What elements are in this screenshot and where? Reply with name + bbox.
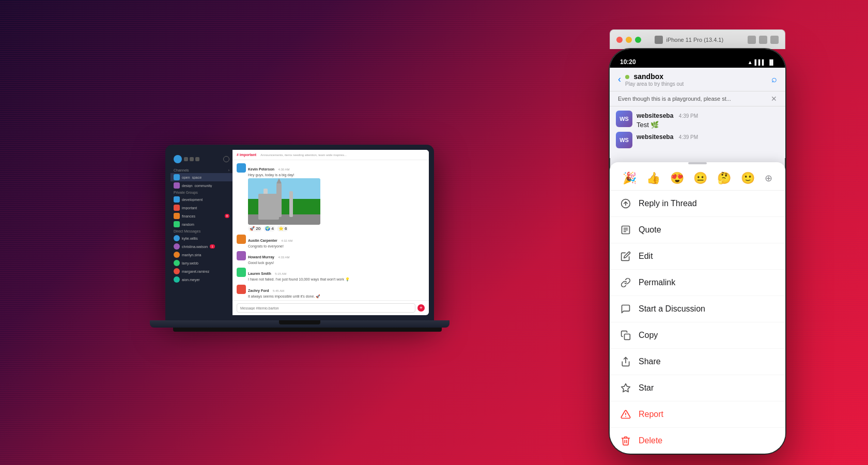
rc-msg-content: Lauren Smith 5:15 AM I have not failed. … — [248, 268, 425, 282]
svg-rect-1 — [248, 199, 320, 214]
ctx-report[interactable]: Report — [610, 401, 785, 428]
mac-minimize-btn[interactable] — [626, 37, 632, 43]
laptop-stand — [173, 328, 442, 332]
banner-text: Even though this is a playground, please… — [618, 96, 731, 102]
mac-ctrl-3[interactable] — [770, 36, 779, 44]
rc-group-development[interactable]: development — [171, 195, 233, 204]
iphone-messages: WS websiteseba 4:39 PM Test 🌿 WS website… — [610, 106, 785, 158]
rc-dm-avatar — [174, 243, 180, 250]
rc-messages-list: Kevin Peterson 4:30 AM Hey guys, today i… — [233, 160, 429, 300]
permalink-icon — [620, 277, 631, 288]
ctx-permalink[interactable]: Permalink — [610, 270, 785, 296]
quote-label: Quote — [639, 225, 661, 235]
rc-msg-image — [248, 178, 320, 225]
mac-app-icon — [655, 36, 663, 44]
rc-channel-name: design_community — [182, 184, 229, 188]
iphone-search-button[interactable]: ⌕ — [771, 74, 777, 85]
channel-name: sandbox — [633, 72, 663, 81]
svg-rect-0 — [248, 178, 320, 199]
rc-group-random[interactable]: random — [171, 220, 233, 228]
rc-dm-avatar — [174, 235, 180, 241]
rc-msg-avatar — [237, 235, 246, 244]
ctx-edit[interactable]: Edit — [610, 243, 785, 270]
ctx-copy[interactable]: Copy — [610, 322, 785, 349]
rc-icon-2 — [190, 157, 194, 161]
mac-ctrl-2[interactable] — [759, 36, 767, 44]
rc-dm-5[interactable]: margaret.ramirez — [171, 267, 233, 275]
mac-window-controls — [748, 36, 779, 44]
rc-dm-6[interactable]: aion.meyer — [171, 275, 233, 284]
iphone-time: 10:20 — [620, 55, 636, 66]
emoji-more[interactable]: ⊕ — [765, 173, 772, 184]
rc-sidebar: Channels › open_space design_community P… — [171, 150, 233, 315]
start-discussion-label: Start a Discussion — [639, 304, 705, 314]
svg-rect-5 — [289, 191, 293, 217]
ctx-star[interactable]: Star — [610, 375, 785, 401]
svg-rect-13 — [625, 334, 630, 340]
rc-dm-1[interactable]: kylie.willis — [171, 234, 233, 242]
emoji-party[interactable]: 🎉 — [623, 172, 637, 185]
rc-message-4: Lauren Smith 5:15 AM I have not failed. … — [237, 268, 425, 282]
ctx-share[interactable]: Share — [610, 349, 785, 375]
delete-icon — [620, 435, 631, 446]
emoji-heart-eyes[interactable]: 😍 — [670, 172, 684, 185]
laptop-base — [150, 320, 450, 328]
svg-marker-15 — [622, 384, 630, 392]
rc-channel-design[interactable]: design_community — [171, 181, 233, 190]
rc-send-button[interactable]: + — [417, 304, 425, 312]
rc-channel-icon — [174, 182, 180, 189]
rc-channel-name: open_space — [182, 176, 229, 179]
rc-dm-2[interactable]: christina.watson 1 — [171, 242, 233, 251]
rc-input-bar: + — [233, 300, 429, 315]
mac-ctrl-1[interactable] — [748, 36, 756, 44]
edit-icon — [620, 251, 631, 262]
ctx-delete[interactable]: Delete — [610, 428, 785, 454]
channel-info: sandbox Play area to try things out — [625, 72, 767, 87]
banner-close-button[interactable]: ✕ — [771, 95, 777, 103]
ctx-start-discussion[interactable]: Start a Discussion — [610, 296, 785, 322]
reply-thread-icon — [620, 198, 631, 209]
rc-search-icon[interactable] — [223, 156, 229, 162]
iphone-device: iPhone 11 Pro (13.4.1) 10:20 ▲ ▌▌▌ ▐▌ — [610, 23, 785, 454]
delete-label: Delete — [639, 436, 662, 445]
rc-header-icons — [184, 157, 199, 161]
laptop-device: Channels › open_space design_community P… — [165, 145, 450, 332]
rc-reactions: 🚀 20 🌍 4 ⭐ 6 — [248, 226, 425, 231]
emoji-neutral[interactable]: 😐 — [693, 172, 707, 185]
rc-message-5: Zachry Ford 5:45 AM It always seems impo… — [237, 285, 425, 299]
iphone-msg-sender-2: websiteseba — [637, 133, 673, 141]
mac-close-btn[interactable] — [616, 37, 623, 43]
svg-rect-2 — [248, 214, 320, 225]
rc-icon-3 — [195, 157, 199, 161]
back-button[interactable]: ‹ — [618, 74, 621, 85]
laptop-screen: Channels › open_space design_community P… — [171, 150, 429, 315]
mac-maximize-btn[interactable] — [635, 37, 641, 43]
ctx-quote[interactable]: Quote — [610, 217, 785, 243]
report-label: Report — [639, 410, 663, 419]
share-icon — [620, 356, 631, 367]
svg-rect-3 — [264, 189, 268, 217]
rc-channel-open-space[interactable]: open_space — [171, 173, 233, 181]
iphone-notch — [667, 49, 729, 61]
rc-private-label: Private Groups — [171, 190, 233, 195]
emoji-thinking[interactable]: 🤔 — [717, 172, 731, 185]
status-icons: ▲ ▌▌▌ ▐▌ — [748, 56, 775, 65]
rc-dm-4[interactable]: larry.webb — [171, 259, 233, 267]
rc-group-finances[interactable]: finances 8 — [171, 212, 233, 220]
star-icon — [620, 382, 631, 394]
rc-group-icon — [174, 196, 180, 203]
iphone-msg-content-1: websiteseba 4:39 PM Test 🌿 — [637, 111, 779, 129]
rc-dm-3[interactable]: marilyn.siria — [171, 251, 233, 259]
iphone-chat-header: ‹ sandbox Play area to try things out ⌕ — [610, 68, 785, 91]
rc-group-important[interactable]: important — [171, 204, 233, 212]
discussion-icon — [620, 303, 631, 315]
rc-dm-avatar — [174, 276, 180, 283]
emoji-thumbs-up[interactable]: 👍 — [646, 172, 660, 185]
emoji-reaction-bar: 🎉 👍 😍 😐 🤔 🙂 ⊕ — [610, 164, 785, 191]
emoji-slight-smile[interactable]: 🙂 — [741, 172, 755, 185]
rc-message-2: Austin Carpenter 4:32 AM Congrats to eve… — [237, 235, 425, 248]
rc-msg-avatar — [237, 268, 246, 277]
rc-message-input[interactable] — [237, 303, 415, 313]
ctx-reply-thread[interactable]: Reply in Thread — [610, 191, 785, 217]
wifi-icon: ▲ — [748, 59, 753, 65]
